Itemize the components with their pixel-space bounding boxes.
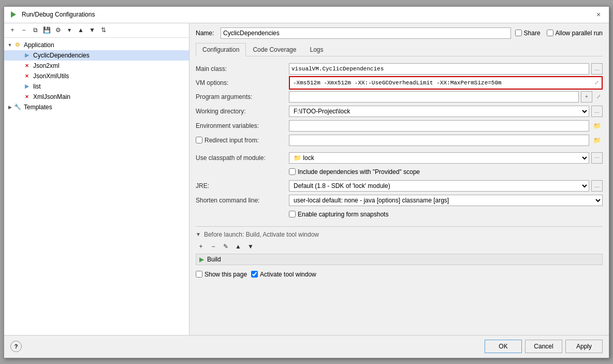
copy-config-button[interactable]: ⧉ bbox=[30, 25, 40, 35]
tab-code-coverage[interactable]: Code Coverage bbox=[246, 43, 303, 56]
env-vars-folder-button[interactable]: 📁 bbox=[591, 120, 603, 132]
tree-item-jsonxmlutils[interactable]: ✕ JsonXmlUtils bbox=[4, 71, 189, 81]
close-button[interactable]: × bbox=[593, 9, 604, 20]
working-dir-value: F:\ITOO-Project\lock … bbox=[289, 104, 603, 119]
snapshots-row: Enable capturing form snapshots bbox=[289, 208, 603, 221]
before-launch-remove-button[interactable]: − bbox=[208, 241, 218, 252]
remove-config-button[interactable]: − bbox=[19, 25, 29, 35]
list-label: list bbox=[33, 83, 41, 90]
arrow-down-button[interactable]: ▾ bbox=[64, 25, 75, 35]
error-run-icon2: ✕ bbox=[23, 72, 31, 80]
classpath-expand-button[interactable]: ⋯ bbox=[591, 152, 603, 164]
build-item: ▶ Build bbox=[196, 254, 603, 265]
program-args-add-button[interactable]: + bbox=[581, 91, 592, 103]
include-deps-checkbox[interactable] bbox=[289, 168, 296, 175]
share-options: Share Allow parallel run bbox=[515, 30, 603, 37]
before-launch-header: ▼ Before launch: Build, Activate tool wi… bbox=[196, 231, 603, 238]
vm-options-row: ⤢ bbox=[289, 76, 603, 90]
name-input[interactable] bbox=[221, 27, 511, 39]
include-deps-row: Include dependencies with "Provided" sco… bbox=[289, 165, 603, 179]
tree-item-json2xml[interactable]: ✕ Json2xml bbox=[4, 61, 189, 71]
apply-button[interactable]: Apply bbox=[565, 340, 603, 353]
cyclicdependencies-label: CyclicDependencies bbox=[33, 52, 90, 59]
tab-logs[interactable]: Logs bbox=[303, 43, 330, 56]
redirect-checkbox[interactable] bbox=[196, 137, 202, 143]
tree-item-list[interactable]: ▶ list bbox=[4, 81, 189, 92]
ok-button[interactable]: OK bbox=[485, 340, 522, 353]
save-config-button[interactable]: 💾 bbox=[41, 25, 52, 35]
templates-expand-icon: ▶ bbox=[6, 104, 13, 111]
build-run-icon: ▶ bbox=[199, 256, 204, 263]
env-vars-input[interactable] bbox=[289, 120, 589, 132]
right-panel: Name: Share Allow parallel run Configura… bbox=[189, 23, 609, 335]
sort-button[interactable]: ⇅ bbox=[98, 25, 109, 35]
tree-item-application[interactable]: ▼ ⚙ Application bbox=[4, 40, 189, 50]
main-class-value: … bbox=[289, 62, 603, 76]
vm-options-expand-button[interactable]: ⤢ bbox=[592, 77, 601, 89]
cancel-button[interactable]: Cancel bbox=[525, 340, 562, 353]
main-content: + − ⧉ 💾 ⚙ ▾ ▲ ▼ ⇅ ▼ ⚙ Application bbox=[4, 23, 609, 335]
jre-label: JRE: bbox=[196, 179, 289, 193]
show-page-label: Show this page bbox=[205, 271, 247, 278]
vm-options-label: VM options: bbox=[196, 76, 289, 90]
program-args-expand-button[interactable]: ⤢ bbox=[594, 91, 603, 103]
redirect-folder-button[interactable]: 📁 bbox=[591, 135, 603, 146]
dialog-footer: ? OK Cancel Apply bbox=[4, 335, 609, 358]
settings-button[interactable]: ⚙ bbox=[53, 25, 63, 35]
working-dir-select[interactable]: F:\ITOO-Project\lock bbox=[289, 106, 589, 117]
classpath-select[interactable]: 📁 lock bbox=[289, 152, 589, 164]
collapse-arrow-icon: ▼ bbox=[196, 231, 201, 237]
activate-option: Activate tool window bbox=[251, 269, 316, 280]
snapshots-checkbox[interactable] bbox=[289, 211, 296, 217]
move-up-button[interactable]: ▲ bbox=[76, 25, 86, 35]
main-class-browse-button[interactable]: … bbox=[591, 63, 603, 75]
vm-options-input[interactable] bbox=[291, 77, 590, 89]
env-vars-value: 📁 bbox=[289, 119, 603, 133]
tree-item-cyclicdependencies[interactable]: ▶ CyclicDependencies bbox=[4, 50, 189, 61]
shorten-cmd-select[interactable]: user-local default: none - java [options… bbox=[289, 195, 603, 206]
working-dir-label: Working directory: bbox=[196, 104, 289, 119]
list-run-icon: ▶ bbox=[23, 82, 31, 91]
jre-value: Default (1.8 - SDK of 'lock' module) … bbox=[289, 179, 603, 193]
program-args-value: + ⤢ bbox=[289, 90, 603, 104]
shorten-cmd-value: user-local default: none - java [options… bbox=[289, 193, 603, 208]
redirect-input[interactable] bbox=[289, 135, 589, 146]
share-checkbox[interactable] bbox=[515, 30, 522, 36]
move-down-button[interactable]: ▼ bbox=[87, 25, 97, 35]
parallel-option: Allow parallel run bbox=[547, 30, 603, 37]
parallel-checkbox[interactable] bbox=[547, 30, 553, 36]
before-launch-toolbar: + − ✎ ▲ ▼ bbox=[196, 241, 603, 252]
before-launch-add-button[interactable]: + bbox=[196, 241, 206, 252]
templates-wrench-icon: 🔧 bbox=[13, 103, 22, 111]
redirect-label: Redirect input from: bbox=[196, 133, 289, 148]
xmljsonmain-label: XmlJsonMain bbox=[33, 93, 70, 100]
jre-browse-button[interactable]: … bbox=[591, 180, 603, 192]
tab-configuration[interactable]: Configuration bbox=[196, 43, 246, 56]
jsonxmlutils-label: JsonXmlUtils bbox=[33, 72, 69, 80]
tree-item-templates[interactable]: ▶ 🔧 Templates bbox=[4, 102, 189, 112]
help-button[interactable]: ? bbox=[10, 341, 22, 352]
program-args-input[interactable] bbox=[289, 91, 579, 103]
before-launch-edit-button[interactable]: ✎ bbox=[221, 241, 231, 252]
working-dir-browse-button[interactable]: … bbox=[591, 106, 603, 117]
title-bar: Run/Debug Configurations × bbox=[4, 7, 609, 23]
dialog-title: Run/Debug Configurations bbox=[22, 11, 95, 18]
svg-marker-0 bbox=[11, 11, 16, 18]
add-config-button[interactable]: + bbox=[7, 25, 18, 35]
before-launch-down-button[interactable]: ▼ bbox=[245, 241, 256, 252]
left-toolbar: + − ⧉ 💾 ⚙ ▾ ▲ ▼ ⇅ bbox=[4, 23, 189, 38]
build-label: Build bbox=[207, 256, 221, 263]
run-debug-dialog: Run/Debug Configurations × + − ⧉ 💾 ⚙ ▾ ▲… bbox=[4, 6, 609, 358]
run-icon bbox=[9, 10, 18, 19]
before-launch-up-button[interactable]: ▲ bbox=[233, 241, 243, 252]
before-launch-section: ▼ Before launch: Build, Activate tool wi… bbox=[196, 226, 603, 280]
show-page-checkbox[interactable] bbox=[196, 271, 202, 278]
main-class-input[interactable] bbox=[289, 63, 589, 75]
include-deps-label: Include dependencies with "Provided" sco… bbox=[289, 167, 603, 177]
classpath-label: Use classpath of module: bbox=[196, 151, 289, 165]
jre-select[interactable]: Default (1.8 - SDK of 'lock' module) bbox=[289, 180, 589, 192]
activate-checkbox[interactable] bbox=[251, 271, 258, 278]
footer-buttons: OK Cancel Apply bbox=[485, 340, 603, 353]
config-tabs: Configuration Code Coverage Logs bbox=[196, 43, 603, 56]
tree-item-xmljsonmain[interactable]: ✕ XmlJsonMain bbox=[4, 92, 189, 102]
